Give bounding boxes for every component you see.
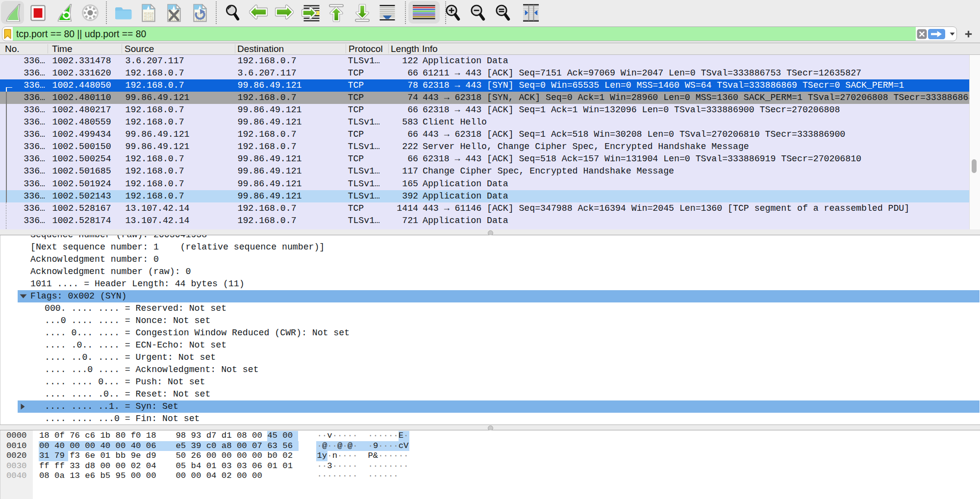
svg-text:01110: 01110 (144, 18, 153, 22)
